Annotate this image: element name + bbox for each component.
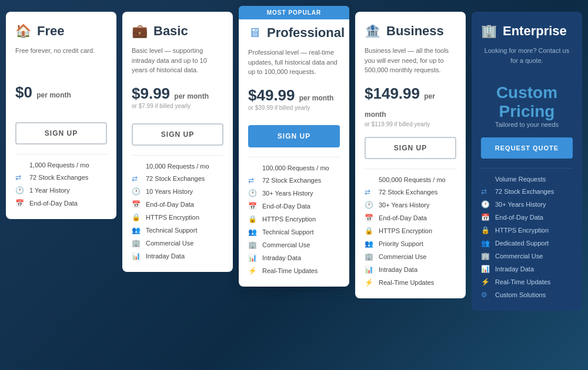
price-main-free: $0 per month [15,83,71,101]
price-main-business: $149.99 per month [365,85,435,120]
feature-icon-professional-3: 📅 [248,202,258,210]
feature-icon-free-1: ⇄ [15,173,25,181]
feature-icon-business-3: 📅 [365,214,374,222]
plan-header-business: 🏦 Business [365,23,456,39]
feature-text-business-4: HTTPS Encryption [379,227,432,234]
feature-icon-professional-7: 📊 [248,254,258,262]
feature-text-basic-2: 10 Years History [146,188,193,195]
feature-list-business: 500,000 Requests / mo ⇄ 72 Stock Exchang… [365,176,456,287]
feature-text-business-0: 500,000 Requests / mo [379,176,446,183]
plan-description-basic: Basic level — supporting intraday data a… [132,46,223,75]
feature-item-business-8: ⚡ Real-Time Updates [365,278,456,287]
divider-business [365,169,456,169]
feature-item-basic-6: 🏢 Commercial Use [132,239,223,247]
price-block-professional: $49.99 per month or $39.99 if billed yea… [248,86,340,116]
feature-item-free-2: 🕐 1 Year History [15,186,107,194]
feature-icon-basic-3: 📅 [132,200,141,208]
price-main-professional: $49.99 per month [248,86,333,104]
feature-item-enterprise-9: ⚙ Custom Solutions [481,291,573,299]
feature-text-enterprise-7: Intraday Data [495,265,534,273]
feature-item-basic-2: 🕐 10 Years History [132,187,223,196]
feature-item-business-0: 500,000 Requests / mo [365,176,456,183]
feature-text-professional-5: Technical Support [262,228,313,236]
feature-text-enterprise-9: Custom Solutions [495,291,546,298]
plan-header-free: 🏠 Free [15,23,107,39]
feature-list-professional: 100,000 Requests / mo ⇄ 72 Stock Exchang… [248,164,340,275]
plan-card-enterprise: 🏢 Enterprise Looking for more? Contact u… [472,12,582,311]
feature-icon-business-5: 👥 [365,240,374,248]
feature-icon-professional-8: ⚡ [248,267,258,275]
feature-text-business-8: Real-Time Updates [379,279,434,286]
feature-text-professional-0: 100,000 Requests / mo [262,164,329,171]
feature-icon-business-1: ⇄ [365,188,374,196]
pricing-container: 🏠 Free Free forever, no credit card. $0 … [6,12,582,311]
price-block-business: $149.99 per month or $119.99 if billed y… [365,85,456,127]
price-yearly-business: or $119.99 if billed yearly [365,121,456,127]
feature-text-basic-1: 72 Stock Exchanges [146,175,205,182]
feature-text-basic-5: Technical Support [146,227,197,234]
plan-card-basic: 💼 Basic Basic level — supporting intrada… [122,12,233,272]
feature-item-basic-1: ⇄ 72 Stock Exchanges [132,174,223,183]
cta-button-professional[interactable]: SIGN UP [248,125,340,147]
feature-item-enterprise-3: 📅 End-of-Day Data [481,213,573,221]
plan-header-basic: 💼 Basic [132,23,223,39]
divider-enterprise [481,168,573,169]
feature-item-free-1: ⇄ 72 Stock Exchanges [15,173,107,181]
feature-item-free-3: 📅 End-of-Day Data [15,199,107,207]
feature-icon-enterprise-9: ⚙ [481,291,490,299]
feature-icon-basic-7: 📊 [132,252,141,260]
feature-text-free-1: 72 Stock Exchanges [29,174,88,181]
feature-text-basic-3: End-of-Day Data [146,201,194,208]
feature-item-enterprise-5: 👥 Dedicated Support [481,239,573,247]
cta-button-business[interactable]: SIGN UP [365,137,456,159]
price-yearly-professional: or $39.99 if billed yearly [248,105,340,111]
feature-icon-professional-2: 🕐 [248,189,258,197]
feature-item-professional-5: 👥 Technical Support [248,228,340,236]
divider-basic [132,155,223,156]
plan-name-enterprise: Enterprise [503,23,567,39]
feature-icon-business-7: 📊 [365,265,374,274]
feature-icon-enterprise-5: 👥 [481,239,490,247]
feature-text-free-0: 1,000 Requests / mo [29,162,89,169]
feature-text-professional-6: Commercial Use [262,241,310,248]
feature-icon-enterprise-3: 📅 [481,213,490,221]
cta-button-basic[interactable]: SIGN UP [132,123,223,146]
feature-text-professional-2: 30+ Years History [262,190,313,197]
feature-item-enterprise-7: 📊 Intraday Data [481,265,573,273]
feature-item-basic-0: 10,000 Requests / mo [132,163,223,170]
feature-item-business-1: ⇄ 72 Stock Exchanges [365,188,456,196]
feature-text-business-5: Priority Support [379,240,423,247]
feature-icon-enterprise-2: 🕐 [481,200,490,208]
feature-icon-enterprise-8: ⚡ [481,278,490,286]
feature-item-business-6: 🏢 Commercial Use [365,253,456,261]
feature-item-professional-2: 🕐 30+ Years History [248,189,340,197]
feature-item-enterprise-1: ⇄ 72 Stock Exchanges [481,187,573,196]
feature-text-enterprise-1: 72 Stock Exchanges [495,188,554,195]
plan-header-professional: 🖥 Professional [248,25,340,41]
feature-item-professional-3: 📅 End-of-Day Data [248,202,340,210]
feature-item-basic-4: 🔒 HTTPS Encryption [132,213,223,221]
feature-item-enterprise-0: Volume Requests [481,176,573,183]
plan-description-business: Business level — all the tools you will … [365,46,456,75]
feature-icon-basic-4: 🔒 [132,213,141,221]
feature-item-professional-1: ⇄ 72 Stock Exchanges [248,176,340,184]
feature-icon-basic-1: ⇄ [132,174,141,183]
plan-header-enterprise: 🏢 Enterprise [481,23,573,39]
feature-text-professional-3: End-of-Day Data [262,203,310,210]
price-block-basic: $9.99 per month or $7.99 if billed yearl… [132,85,223,114]
feature-text-business-6: Commercial Use [379,253,426,260]
divider-professional [248,157,340,157]
feature-icon-professional-4: 🔒 [248,215,258,223]
feature-text-professional-4: HTTPS Encryption [262,216,316,223]
feature-text-professional-7: Intraday Data [262,254,301,261]
cta-button-free[interactable]: SIGN UP [15,122,107,144]
feature-icon-basic-5: 👥 [132,226,141,234]
cta-button-enterprise[interactable]: REQUEST QUOTE [481,137,573,159]
feature-icon-enterprise-1: ⇄ [481,187,490,196]
feature-icon-professional-5: 👥 [248,228,258,236]
feature-text-enterprise-6: Commercial Use [495,253,543,260]
feature-text-enterprise-3: End-of-Day Data [495,214,543,221]
feature-icon-business-6: 🏢 [365,253,374,261]
divider-free [15,154,107,154]
feature-text-business-1: 72 Stock Exchanges [379,189,437,196]
